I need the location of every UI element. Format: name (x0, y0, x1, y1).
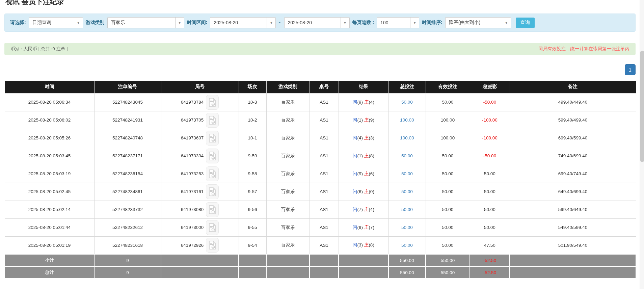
total-bet-link[interactable]: 100.00 (400, 117, 414, 123)
video-replay-button[interactable] (206, 131, 219, 146)
page-size-value: 100 (377, 18, 410, 28)
video-replay-icon (209, 240, 216, 250)
column-header: 游戏类别 (266, 81, 310, 93)
total-bet-link[interactable]: 50.00 (401, 225, 413, 230)
cell-total-bet: 100.00 (388, 129, 426, 147)
cell-round-no: 641973334 (161, 147, 239, 165)
cell-valid-bet: 50.00 (426, 218, 470, 236)
cell-round-no: 641973784 (161, 93, 239, 111)
video-replay-button[interactable] (206, 113, 219, 128)
player-result-value: (1) (357, 117, 363, 123)
player-result-label: 闲 (353, 153, 357, 158)
total-bet-link[interactable]: 100.00 (400, 135, 414, 140)
cell-total-bet: 50.00 (388, 147, 426, 165)
banker-result-label: 庄 (364, 100, 369, 105)
cell-time: 2025-08-20 05:06:34 (5, 93, 94, 111)
cell-session (239, 254, 266, 266)
total-bet-link[interactable]: 50.00 (401, 207, 413, 212)
cell-round-no: 641973080 (161, 201, 239, 218)
cell-game-type (266, 266, 310, 279)
cell-remark: 599.40/649.40 (510, 201, 636, 218)
date-to-select[interactable]: 2025-08-20 ▼ (284, 17, 350, 28)
payout-value: 50.00 (484, 189, 495, 194)
cell-valid-bet: 100.00 (426, 111, 470, 129)
cell-round-no: 641973161 (161, 183, 239, 201)
cell-total-bet: 50.00 (388, 236, 426, 254)
round-no-wrap: 641973253 (162, 166, 238, 181)
player-result-value: (4) (357, 135, 363, 140)
banker-result-value: (3) (369, 135, 374, 140)
table-row: 2025-08-20 05:06:02522748241931641973705… (5, 111, 636, 129)
total-bet-link[interactable]: 50.00 (401, 153, 413, 158)
cell-game-type: 百家乐 (266, 201, 310, 218)
cell-game-type: 百家乐 (266, 236, 310, 254)
video-replay-button[interactable] (206, 166, 219, 181)
total-bet-link[interactable]: 50.00 (401, 100, 413, 105)
chevron-down-icon[interactable]: ▼ (267, 18, 275, 28)
chevron-down-icon[interactable]: ▼ (74, 18, 83, 28)
cell-time: 2025-08-20 05:01:19 (5, 236, 94, 254)
banker-result-label: 庄 (364, 207, 369, 212)
total-bet-link[interactable]: 50.00 (401, 171, 413, 176)
video-replay-button[interactable] (206, 149, 219, 163)
total-bet-link[interactable]: 50.00 (401, 189, 413, 194)
player-result-label: 闲 (353, 207, 357, 212)
chevron-down-icon[interactable]: ▼ (502, 18, 511, 28)
cell-game-type: 百家乐 (266, 111, 310, 129)
query-type-select[interactable]: 日期查询 ▼ (29, 17, 83, 28)
cell-game-type: 百家乐 (266, 129, 310, 147)
cell-session: 9-57 (239, 183, 266, 201)
date-to-value: 2025-08-20 (285, 18, 341, 28)
cell-table-no: AS1 (310, 201, 339, 218)
round-no-wrap: 641973334 (162, 149, 238, 163)
payout-total: -52.50 (483, 258, 496, 263)
page-size-select[interactable]: 100 ▼ (377, 17, 419, 28)
search-button[interactable]: 查询 (516, 18, 535, 28)
payout-value: 50.00 (484, 207, 495, 212)
player-result-label: 闲 (353, 171, 357, 176)
cell-payout: 50.00 (470, 201, 510, 218)
cell-payout: -52.50 (470, 254, 510, 266)
player-result-value: (9) (357, 225, 363, 230)
video-replay-button[interactable] (206, 184, 219, 199)
cell-round-no: 641973607 (161, 129, 239, 147)
video-replay-icon (209, 223, 216, 232)
cell-table-no: AS1 (310, 236, 339, 254)
banker-result-label: 庄 (364, 171, 369, 176)
cell-time: 2025-08-20 05:03:45 (5, 147, 94, 165)
chevron-down-icon[interactable]: ▼ (341, 18, 349, 28)
game-type-select[interactable]: 百家乐 ▼ (107, 17, 184, 28)
cell-time: 2025-08-20 05:02:14 (5, 201, 94, 218)
round-no-text: 641973253 (181, 171, 204, 176)
cell-game-type: 百家乐 (266, 93, 310, 111)
round-no-wrap: 641973000 (162, 220, 238, 235)
cell-remark (510, 254, 636, 266)
cell-game-type: 百家乐 (266, 165, 310, 183)
video-replay-button[interactable] (206, 238, 219, 253)
cell-payout: 50.00 (470, 165, 510, 183)
chevron-down-icon[interactable]: ▼ (175, 18, 184, 28)
cell-valid-bet: 100.00 (426, 129, 470, 147)
cell-table-no (310, 254, 339, 266)
round-no-text: 641972926 (181, 243, 204, 248)
date-from-select[interactable]: 2025-08-20 ▼ (210, 17, 276, 28)
chevron-down-icon[interactable]: ▼ (410, 18, 419, 28)
player-result-value: (3) (357, 242, 363, 247)
video-replay-button[interactable] (206, 220, 219, 235)
cell-round-no: 641972926 (161, 236, 239, 254)
cell-remark: 649.40/699.40 (510, 183, 636, 201)
total-bet-link[interactable]: 50.00 (401, 243, 413, 248)
cell-table-no: AS1 (310, 218, 339, 236)
payout-value: -100.00 (482, 135, 498, 140)
banker-result-label: 庄 (364, 242, 369, 247)
cell-time: 2025-08-20 05:03:19 (5, 165, 94, 183)
cell-valid-bet: 550.00 (426, 266, 470, 279)
video-replay-button[interactable] (206, 95, 219, 110)
cell-total-bet: 550.00 (388, 254, 426, 266)
banker-result-value: (6) (369, 171, 374, 176)
video-replay-button[interactable] (206, 202, 219, 217)
cell-result: 闲(9) 庄(7) (339, 218, 388, 236)
page-1-button[interactable]: 1 (625, 64, 636, 75)
sort-order-select[interactable]: 降幂(由大到小) ▼ (445, 17, 511, 28)
table-row: 2025-08-20 05:03:45522748237171641973334… (5, 147, 636, 165)
